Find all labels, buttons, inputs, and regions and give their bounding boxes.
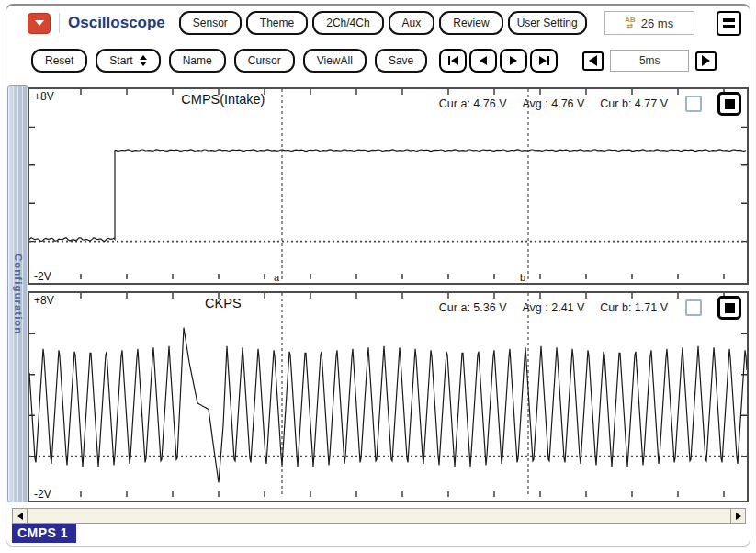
oscilloscope-app: Oscilloscope Sensor Theme 2Ch/4Ch Aux Re… (0, 0, 756, 553)
cmps-trace (29, 150, 746, 241)
average-value: Avg : 2.41 V (522, 301, 584, 314)
timebase-control: 5ms (582, 50, 717, 72)
cursor-a-label: a (274, 272, 279, 283)
reset-button[interactable]: Reset (31, 49, 87, 73)
step-back-button[interactable] (469, 49, 497, 73)
channel-panel-ckps: +8V CKPS Cur a: 5.36 V Avg : 2.41 V Cur … (28, 291, 749, 502)
ab-time-value: 26 ms (641, 17, 673, 30)
configuration-tab[interactable]: Configuration (7, 85, 28, 502)
vmin-label: -2V (34, 488, 51, 501)
ckps-trace (29, 328, 747, 483)
channel-checkbox[interactable] (685, 299, 702, 316)
channel-checkbox[interactable] (685, 96, 702, 112)
sensor-button[interactable]: Sensor (179, 11, 242, 35)
chevron-down-icon (35, 20, 44, 26)
ckps-waveform-canvas (29, 293, 747, 497)
save-button[interactable]: Save (375, 49, 427, 73)
tick-marks (29, 89, 747, 279)
average-value: Avg : 4.76 V (522, 97, 584, 110)
tick-marks (29, 293, 747, 497)
review-button[interactable]: Review (439, 11, 502, 35)
aux-button[interactable]: Aux (389, 11, 435, 35)
configuration-tab-label: Configuration (13, 254, 24, 334)
menu-bars-icon (723, 18, 735, 22)
user-setting-button[interactable]: User Setting (508, 11, 587, 35)
vmax-label: +8V (34, 294, 54, 307)
filled-square-icon (725, 99, 735, 109)
vmin-label: -2V (34, 270, 51, 283)
divider (59, 13, 60, 33)
channel-color-button[interactable] (717, 296, 741, 320)
triangle-right-icon (510, 56, 517, 65)
channel-panel-cmps: +8V CMPS(Intake) Cur a: 4.76 V Avg : 4.7… (28, 87, 749, 285)
timebase-increase-button[interactable] (695, 51, 717, 71)
cursor-button[interactable]: Cursor (234, 49, 295, 73)
cursor-b-label: b (520, 272, 525, 283)
playback-controls (439, 49, 558, 73)
skip-to-end-button[interactable] (530, 49, 558, 73)
horizontal-scrollbar[interactable] (12, 508, 746, 524)
app-menu-button[interactable] (28, 13, 51, 34)
ab-time-display: AB⇄ 26 ms (604, 11, 694, 35)
bar-icon (448, 56, 450, 65)
channel-title: CMPS(Intake) (181, 92, 265, 107)
toolbar-second: Reset Start Name Cursor ViewAll Save 5ms (31, 46, 741, 75)
viewall-button[interactable]: ViewAll (303, 49, 367, 73)
theme-button[interactable]: Theme (246, 11, 308, 35)
triangle-left-icon (17, 513, 23, 520)
timebase-value: 5ms (610, 50, 689, 72)
triangle-left-icon (451, 56, 458, 65)
scroll-left-button[interactable] (13, 509, 28, 523)
cmps-waveform-canvas (29, 89, 747, 279)
selected-channel-tag[interactable]: CMPS 1 (12, 524, 76, 543)
channel-title: CKPS (205, 296, 242, 310)
toolbar-top: Oscilloscope Sensor Theme 2Ch/4Ch Aux Re… (28, 9, 741, 37)
skip-to-start-button[interactable] (439, 49, 467, 73)
app-title: Oscilloscope (68, 14, 165, 32)
cursor-a-value: Cur a: 4.76 V (439, 97, 507, 110)
vmax-label: +8V (34, 90, 54, 103)
scroll-right-button[interactable] (730, 509, 745, 523)
spinner-icon (140, 55, 147, 66)
cursor-b-value: Cur b: 1.71 V (600, 301, 668, 314)
cursor-a-value: Cur a: 5.36 V (439, 301, 507, 314)
measurement-readout: Cur a: 5.36 V Avg : 2.41 V Cur b: 1.71 V (439, 296, 741, 320)
cursor-b-value: Cur b: 4.77 V (600, 97, 668, 110)
window-menu-button[interactable] (717, 11, 741, 36)
triangle-right-icon (702, 55, 710, 66)
measurement-readout: Cur a: 4.76 V Avg : 4.76 V Cur b: 4.77 V (439, 92, 741, 116)
channel-color-button[interactable] (717, 92, 741, 116)
channel-mode-button[interactable]: 2Ch/4Ch (312, 11, 383, 35)
filled-square-icon (725, 303, 735, 313)
scope-area: +8V CMPS(Intake) Cur a: 4.76 V Avg : 4.7… (28, 87, 749, 502)
name-button[interactable]: Name (169, 49, 226, 73)
ab-cursor-icon: AB⇄ (625, 17, 636, 30)
timebase-decrease-button[interactable] (582, 51, 604, 71)
triangle-right-icon (736, 513, 741, 520)
scrollbar-thumb[interactable] (28, 509, 730, 523)
triangle-left-icon (589, 55, 597, 66)
bar-icon (547, 56, 549, 65)
triangle-right-icon (539, 56, 547, 65)
start-button[interactable]: Start (96, 49, 160, 73)
step-forward-button[interactable] (500, 49, 527, 73)
start-button-label: Start (109, 54, 132, 67)
triangle-left-icon (480, 56, 487, 65)
